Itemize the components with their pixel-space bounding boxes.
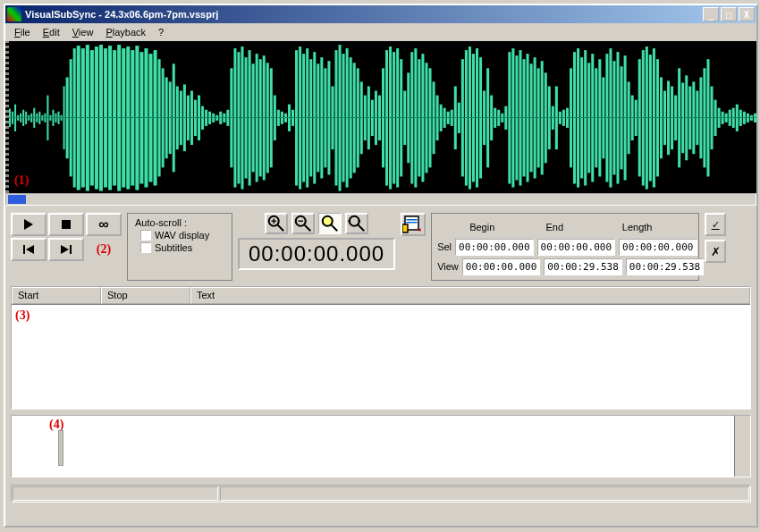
zoom-all-button[interactable] xyxy=(345,213,368,234)
table-body[interactable]: (3) xyxy=(12,305,750,409)
annotation-1: (1) xyxy=(14,173,29,188)
wav-display-checkbox[interactable] xyxy=(140,230,151,241)
menu-view[interactable]: View xyxy=(67,25,99,39)
annotation-3: (3) xyxy=(15,308,30,323)
wav-display-label: WAV display xyxy=(155,230,209,241)
waveform-centerline xyxy=(9,117,756,118)
view-end-value[interactable]: 00:00:29.538 xyxy=(544,258,621,275)
reject-button[interactable]: ✗ xyxy=(705,240,726,263)
menu-help[interactable]: ? xyxy=(153,25,169,39)
svg-rect-230 xyxy=(402,224,408,232)
cursor-indicator-bar xyxy=(58,430,63,466)
subtitle-editor[interactable]: (4) xyxy=(11,415,751,477)
col-start[interactable]: Start xyxy=(12,287,101,304)
status-cell-2 xyxy=(220,486,749,501)
table-header-row: Start Stop Text xyxy=(12,287,750,305)
scrollbar-thumb[interactable] xyxy=(8,195,26,204)
autoscroll-label: Auto-scroll : xyxy=(135,217,224,228)
statusbar xyxy=(11,485,751,502)
menu-playback[interactable]: Playback xyxy=(100,25,151,39)
menu-file[interactable]: File xyxy=(9,25,36,39)
window-title: VisualSubSync - 24.3x06.6pm-7pm.vssprj xyxy=(25,9,703,20)
svg-rect-209 xyxy=(62,220,71,229)
view-row-label: View xyxy=(437,261,459,272)
editor-scrollbar[interactable] xyxy=(734,416,750,477)
waveform-display[interactable]: (1) xyxy=(5,41,756,193)
svg-line-215 xyxy=(277,224,283,231)
status-cell-1 xyxy=(13,486,218,501)
waveform-canvas[interactable]: (1) xyxy=(9,41,756,193)
next-button[interactable] xyxy=(48,238,84,261)
annotation-2: (2) xyxy=(97,242,111,257)
accept-button[interactable]: ✓ xyxy=(705,213,726,236)
zoom-out-button[interactable] xyxy=(291,213,315,234)
play-button[interactable] xyxy=(11,213,46,236)
timecode-display: 00:00:00.000 xyxy=(238,238,395,270)
end-header: End xyxy=(544,222,616,232)
maximize-button[interactable]: □ xyxy=(721,7,737,21)
length-header: Length xyxy=(621,222,693,232)
svg-point-223 xyxy=(350,216,359,226)
loop-button[interactable]: ∞ xyxy=(86,213,122,236)
svg-rect-229 xyxy=(407,222,418,224)
prev-button[interactable] xyxy=(11,238,46,261)
view-length-value[interactable]: 00:00:29.538 xyxy=(626,258,704,275)
zoom-in-button[interactable] xyxy=(265,213,288,234)
timing-panel: Begin End Length Sel 00:00:00.000 00:00:… xyxy=(431,213,699,281)
svg-point-231 xyxy=(418,229,421,232)
svg-line-219 xyxy=(304,224,310,231)
titlebar[interactable]: VisualSubSync - 24.3x06.6pm-7pm.vssprj _… xyxy=(5,5,756,23)
side-buttons: ✓ ✗ xyxy=(705,213,726,281)
menubar: File Edit View Playback ? xyxy=(5,23,756,41)
svg-line-224 xyxy=(358,224,364,231)
subtitles-label: Subtitles xyxy=(155,242,192,253)
stop-button[interactable] xyxy=(48,213,84,236)
open-file-button[interactable] xyxy=(401,213,426,236)
zoom-and-time-group: 00:00:00.000 xyxy=(238,213,395,281)
svg-rect-213 xyxy=(70,245,72,254)
control-toolbar: ∞ (2) Auto-scroll : WAV display Subtitle… xyxy=(5,213,756,281)
svg-line-222 xyxy=(331,224,337,231)
svg-marker-208 xyxy=(24,219,33,230)
svg-rect-210 xyxy=(23,245,25,254)
app-window: VisualSubSync - 24.3x06.6pm-7pm.vssprj _… xyxy=(4,4,758,528)
svg-rect-228 xyxy=(407,219,418,221)
autoscroll-group: Auto-scroll : WAV display Subtitles xyxy=(127,213,232,281)
subtitles-checkbox[interactable] xyxy=(140,242,151,253)
sel-length-value[interactable]: 00:00:00.000 xyxy=(619,239,697,256)
col-text[interactable]: Text xyxy=(190,287,750,304)
sel-end-value[interactable]: 00:00:00.000 xyxy=(537,239,615,256)
svg-marker-212 xyxy=(61,245,69,254)
playback-buttons: ∞ (2) xyxy=(11,213,122,281)
minimize-button[interactable]: _ xyxy=(703,7,719,21)
svg-point-221 xyxy=(323,216,333,226)
waveform-scrollbar[interactable] xyxy=(5,193,756,206)
menu-edit[interactable]: Edit xyxy=(38,25,65,39)
view-begin-value[interactable]: 00:00:00.000 xyxy=(462,258,540,275)
zoom-selection-button[interactable] xyxy=(318,213,342,234)
close-button[interactable]: X xyxy=(739,7,755,21)
col-stop[interactable]: Stop xyxy=(101,287,190,304)
svg-marker-211 xyxy=(26,245,34,254)
app-icon xyxy=(7,7,21,21)
sel-begin-value[interactable]: 00:00:00.000 xyxy=(455,239,533,256)
begin-header: Begin xyxy=(468,222,540,232)
sel-row-label: Sel xyxy=(437,241,452,252)
subtitle-table: Start Stop Text (3) xyxy=(11,286,751,410)
